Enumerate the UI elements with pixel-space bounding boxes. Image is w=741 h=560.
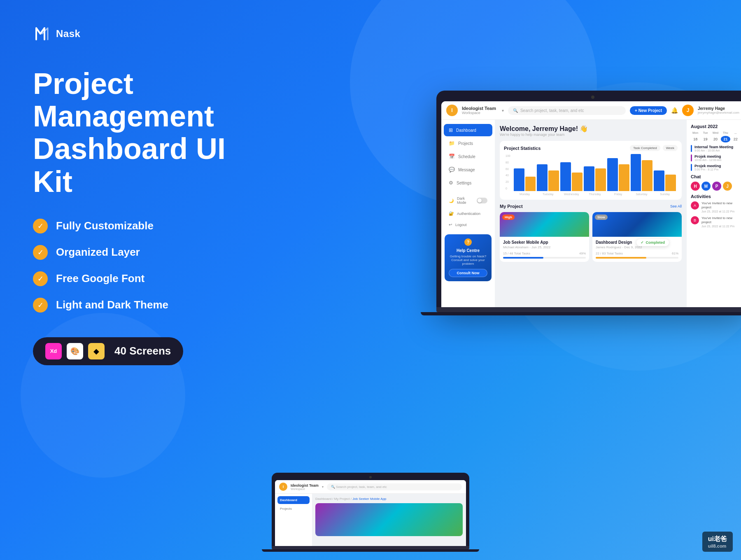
cal-header-tue: Tue <box>701 131 710 134</box>
sidebar-item-logout[interactable]: ↩ Logout <box>444 219 492 230</box>
user-name: Jerremy Hage <box>698 106 739 111</box>
feature-item-1: ✓ Organized Layer <box>33 245 247 260</box>
workspace-info: Ideologist Team Workspace <box>462 106 496 115</box>
tools-badge: Xd 🎨 ◆ 40 Screens <box>33 337 183 365</box>
bottom-laptop-base-top <box>272 546 469 549</box>
chat-avatar-1[interactable]: M <box>701 182 711 191</box>
bar-group-3 <box>584 166 606 191</box>
bottom-search-bar[interactable]: 🔍 Search project, task, team, and etc <box>327 483 462 490</box>
chart-x-labels: Monday Tuesday Wednesday Thursday Friday… <box>514 193 676 196</box>
cal-day-18[interactable]: 18 <box>691 136 700 142</box>
bottom-search-placeholder: Search project, task, team, and etc <box>336 485 387 489</box>
activity-time-0: Jun 23, 2022 at 11:22 Pm <box>701 210 740 213</box>
bar-orange-4 <box>619 164 629 191</box>
x-label-4: Friday <box>607 193 629 196</box>
bar-group-2 <box>560 162 583 191</box>
notification-bell-icon[interactable]: 🔔 <box>671 107 678 114</box>
chat-avatar-3[interactable]: J <box>723 182 732 191</box>
x-label-3: Thursday <box>584 193 606 196</box>
sidebar-item-message[interactable]: 💬 Message <box>444 163 492 176</box>
cal-header-fri: ... <box>731 131 740 134</box>
bottom-sidebar: Dashboard Projects <box>275 494 312 546</box>
bar-blue-0 <box>514 168 524 191</box>
chart-y-labels: 0 20 40 60 80 100 <box>506 154 510 196</box>
cal-day-22[interactable]: 22 <box>731 136 740 142</box>
bar-orange-2 <box>572 173 583 191</box>
sidebar-item-projects[interactable]: 📁 Projects <box>444 137 492 149</box>
check-icon-2: ✓ <box>33 271 48 286</box>
laptop-base-bottom <box>421 312 741 315</box>
activity-item-1: B You've Invited to new project Jun 23, … <box>691 216 740 228</box>
meeting-time-2: 5:00 Pm - 8:12 Pm <box>694 168 721 171</box>
cal-day-21[interactable]: 21 <box>721 136 730 142</box>
workspace-chevron[interactable]: ▾ <box>502 108 504 113</box>
x-label-1: Tuesday <box>537 193 559 196</box>
activity-text-1: You've Invited to new project <box>701 216 740 225</box>
chat-avatar-0[interactable]: H <box>691 182 700 191</box>
calendar-days-header: Mon Tue Wed Thu ... <box>691 131 740 134</box>
help-title: Help Centre <box>449 248 487 253</box>
chat-avatar-2[interactable]: P <box>712 182 721 191</box>
toggle-switch[interactable] <box>477 198 487 203</box>
bottom-chevron[interactable]: ▾ <box>322 485 324 489</box>
sidebar-item-schedule[interactable]: 📅 Schedule <box>444 150 492 163</box>
card-tasks-0: 15 / 48 Total Tasks <box>503 252 530 255</box>
meeting-name-0: Internal Team Meeting <box>694 145 733 149</box>
progress-fill-0 <box>503 257 543 259</box>
consult-now-button[interactable]: Consult Now <box>449 269 487 277</box>
activity-time-1: Jun 23, 2022 at 11:22 Pm <box>701 225 740 228</box>
bottom-topbar: I Ideologist Team Workspace ▾ 🔍 Search p… <box>275 480 466 494</box>
filter-task-completed[interactable]: Task Completed <box>630 145 660 151</box>
activity-text-0: You've Invited to new project <box>701 201 740 210</box>
meeting-dot-2 <box>691 164 692 171</box>
feature-label-1: Organized Layer <box>56 246 140 259</box>
bar-orange-5 <box>642 160 652 191</box>
meeting-info-0: Internal Team Meeting 9:00 Am - 10:00 Am <box>694 145 733 152</box>
sidebar-label-schedule: Schedule <box>458 154 475 159</box>
activity-item-0: A You've Invited to new project Jun 23, … <box>691 201 740 213</box>
bottom-nav-projects[interactable]: Projects <box>277 505 310 513</box>
laptop-bottom-frame: I Ideologist Team Workspace ▾ 🔍 Search p… <box>272 473 469 546</box>
welcome-section: Welcome, Jerremy Hage! 👋 We're happy to … <box>500 125 682 137</box>
see-all-link[interactable]: See All <box>670 204 682 208</box>
moon-icon: 🌙 <box>449 198 454 203</box>
check-completed-icon: ✓ <box>641 240 644 245</box>
watermark: ui老爸 uil8.com <box>702 532 733 552</box>
feature-item-3: ✓ Light and Dark Theme <box>33 298 247 313</box>
new-project-button[interactable]: + New Project <box>630 106 667 115</box>
meeting-dot-0 <box>691 145 692 152</box>
breadcrumb-active: Job Seeker Mobile App <box>352 497 386 501</box>
cal-day-20[interactable]: 20 <box>711 136 720 142</box>
bottom-nav-dashboard[interactable]: Dashboard <box>277 496 310 504</box>
dark-mode-toggle[interactable]: 🌙 Dark Mode <box>444 193 492 208</box>
sidebar-label-auth: Authentication <box>457 212 480 216</box>
completed-badge: ✓ Completed <box>636 239 669 246</box>
bar-orange-6 <box>665 175 676 191</box>
meeting-dot-1 <box>691 154 692 161</box>
sidebar-label-settings: Settings <box>457 181 471 185</box>
project-cards: High Job Seeker Mobile App Michael Abrah… <box>500 212 682 262</box>
project-hero-image <box>315 503 463 536</box>
card-badge-slow: Slow <box>595 215 608 220</box>
left-panel: Nask Project Management Dashboard UI Kit… <box>33 25 247 365</box>
card-date-0: Michael Abraham - Jun 25, 2022 <box>503 245 586 249</box>
nask-logo-icon <box>33 25 51 43</box>
x-label-5: Saturday <box>631 193 653 196</box>
project-card-0[interactable]: High Job Seeker Mobile App Michael Abrah… <box>500 212 589 262</box>
tools-icons: Xd 🎨 ◆ <box>45 343 105 359</box>
feature-item-0: ✓ Fully Customizable <box>33 219 247 233</box>
filter-week[interactable]: Week <box>663 145 678 151</box>
dark-mode-label: Dark Mode <box>457 196 473 205</box>
help-desc: Getting trouble on Nask? Consult and sol… <box>449 254 487 266</box>
projects-title: My Project <box>500 204 523 209</box>
sidebar-item-dashboard[interactable]: ⊞ Dashboard <box>444 124 492 136</box>
project-card-1[interactable]: Slow Dashboard Design James Rodriguez - … <box>592 212 682 262</box>
search-bar[interactable]: 🔍 Search project, task, team, and etc <box>508 106 626 115</box>
chart-area: 0 20 40 60 80 100 <box>504 154 678 196</box>
watermark-line2: uil8.com <box>708 544 727 548</box>
workspace-logo: I <box>446 105 458 116</box>
meeting-time-0: 9:00 Am - 10:00 Am <box>694 149 733 152</box>
sidebar-item-auth[interactable]: 🔐 Authentication <box>444 208 492 219</box>
sidebar-item-settings[interactable]: ⚙ Settings <box>444 177 492 189</box>
cal-day-19[interactable]: 19 <box>701 136 710 142</box>
